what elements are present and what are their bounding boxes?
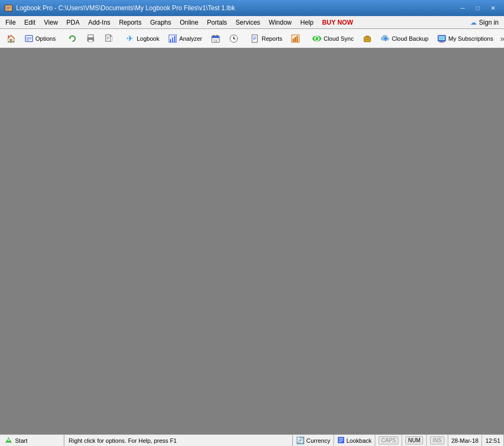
cloud-signin-icon: ☁ (470, 19, 477, 26)
chart-icon (291, 34, 300, 43)
refresh-button[interactable] (64, 31, 81, 46)
ins-label: INS (430, 436, 444, 444)
logbook-label: Logbook (137, 35, 159, 42)
start-label: Start (15, 437, 27, 444)
caps-label: CAPS (379, 436, 398, 444)
toolbar-expand-button[interactable]: » (498, 33, 504, 44)
svg-point-59 (8, 439, 10, 441)
svg-text:7: 7 (213, 39, 215, 42)
lookback-icon (337, 436, 345, 445)
cloud-backup-label: Cloud Backup (392, 35, 429, 42)
subscriptions-label: My Subscriptions (448, 35, 493, 42)
rocket-icon (4, 436, 13, 444)
sign-in-button[interactable]: ☁ Sign in (466, 17, 503, 28)
calendar-button[interactable]: 7 8 (207, 31, 224, 46)
menu-reports[interactable]: Reports (115, 17, 146, 28)
analyzer-icon (168, 34, 177, 43)
plane-icon: ✈ (125, 34, 135, 43)
menu-graphs[interactable]: Graphs (146, 17, 175, 28)
svg-text:8: 8 (216, 39, 217, 42)
menu-add-ins[interactable]: Add-Ins (84, 17, 115, 28)
time-status: 12:51 (482, 435, 504, 446)
options-icon (24, 34, 34, 43)
ins-status: INS (427, 435, 448, 446)
maximize-button[interactable]: □ (471, 3, 485, 13)
cloud-backup-icon (381, 34, 390, 43)
svg-rect-28 (217, 35, 218, 37)
title-bar-controls: ─ □ ✕ (456, 3, 500, 13)
clock-button[interactable] (225, 31, 242, 46)
chart-button[interactable] (287, 31, 304, 46)
menu-file[interactable]: File (1, 17, 20, 28)
calendar-icon: 7 8 (211, 34, 220, 43)
svg-rect-43 (297, 36, 298, 42)
num-label: NUM (405, 436, 423, 444)
svg-rect-27 (213, 35, 214, 37)
menu-services[interactable]: Services (231, 17, 264, 28)
logbook-button[interactable]: ✈ Logbook (122, 31, 163, 46)
svg-rect-48 (366, 36, 369, 38)
status-help-text: Right click for options. For Help, press… (64, 437, 292, 444)
briefcase-icon (362, 34, 372, 43)
menu-edit[interactable]: Edit (20, 17, 40, 28)
export-button[interactable] (100, 31, 117, 46)
menu-view[interactable]: View (40, 17, 62, 28)
svg-rect-41 (293, 39, 294, 42)
reports-button[interactable]: Reports (247, 31, 286, 46)
time-label: 12:51 (485, 437, 500, 444)
analyzer-button[interactable]: Analyzer (164, 31, 206, 46)
currency-icon: 🔄 (296, 436, 305, 444)
menu-buy-now[interactable]: BUY NOW (318, 17, 358, 28)
svg-rect-23 (174, 36, 175, 42)
toolbar: 🏠 Options (0, 29, 504, 48)
clock-icon (229, 34, 239, 43)
title-bar-text: Logbook Pro - C:\Users\VMS\Documents\My … (16, 4, 456, 12)
menu-portals[interactable]: Portals (203, 17, 231, 28)
currency-status[interactable]: 🔄 Currency (293, 435, 334, 446)
svg-rect-42 (295, 37, 297, 42)
cloud-sync-button[interactable]: Cloud Sync (308, 31, 357, 46)
minimize-button[interactable]: ─ (456, 3, 470, 13)
svg-rect-13 (88, 40, 93, 42)
title-bar: Logbook Pro - C:\Users\VMS\Documents\My … (0, 0, 504, 16)
status-right-area: 🔄 Currency Lookback CAPS NUM INS (292, 435, 504, 446)
date-status: 28-Mar-18 (448, 435, 483, 446)
options-label: Options (35, 35, 56, 42)
cloud-sync-label: Cloud Sync (323, 35, 353, 42)
lookback-status[interactable]: Lookback (334, 435, 375, 446)
currency-label: Currency (306, 437, 330, 444)
home-button[interactable]: 🏠 (2, 31, 19, 46)
menu-online[interactable]: Online (175, 17, 203, 28)
start-icon (4, 436, 13, 445)
caps-status: CAPS (375, 435, 402, 446)
print-button[interactable] (82, 31, 99, 46)
svg-rect-21 (170, 39, 171, 42)
menu-help[interactable]: Help (296, 17, 318, 28)
date-label: 28-Mar-18 (451, 437, 479, 444)
status-start[interactable]: Start (0, 435, 64, 446)
options-button[interactable]: Options (20, 31, 60, 46)
home-icon: 🏠 (6, 34, 16, 43)
close-button[interactable]: ✕ (486, 3, 500, 13)
reports-icon (250, 34, 260, 43)
subscriptions-button[interactable]: My Subscriptions (433, 31, 497, 46)
cloud-sync-icon (312, 34, 322, 43)
svg-rect-26 (212, 36, 219, 38)
analyzer-label: Analyzer (179, 35, 202, 42)
cloud-backup-button[interactable]: Cloud Backup (377, 31, 433, 46)
menu-window[interactable]: Window (264, 17, 296, 28)
main-content (0, 48, 504, 434)
app-icon (4, 4, 13, 12)
refresh-icon (68, 34, 77, 43)
svg-point-35 (233, 38, 234, 39)
svg-rect-52 (439, 36, 445, 40)
export-icon (104, 34, 114, 43)
lookback-label: Lookback (346, 437, 372, 444)
print-icon (86, 34, 95, 43)
subscriptions-icon (437, 34, 447, 43)
briefcase-button[interactable] (359, 31, 376, 46)
menu-pda[interactable]: PDA (62, 17, 84, 28)
status-bar: Start Right click for options. For Help,… (0, 434, 504, 446)
reports-label: Reports (262, 35, 283, 42)
svg-marker-15 (110, 35, 112, 36)
